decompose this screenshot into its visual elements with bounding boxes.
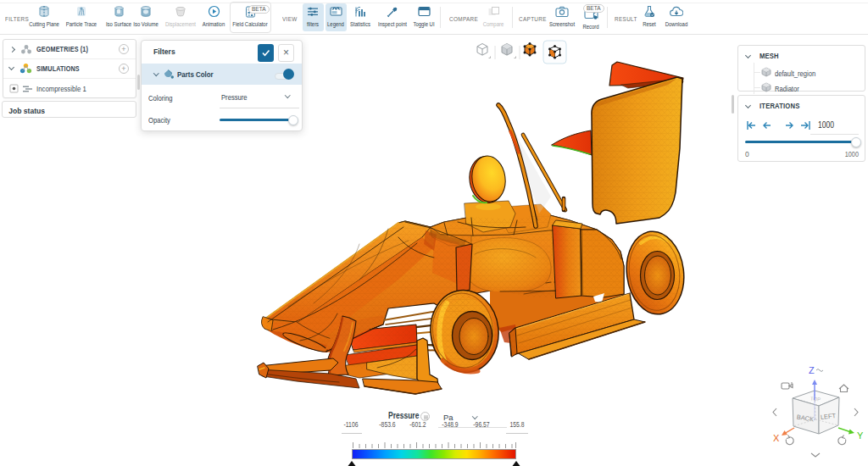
svg-text:Z: Z [809, 365, 815, 375]
svg-text:Y: Y [857, 430, 864, 441]
svg-text:X: X [773, 433, 780, 443]
svg-text:TOP: TOP [810, 397, 821, 402]
